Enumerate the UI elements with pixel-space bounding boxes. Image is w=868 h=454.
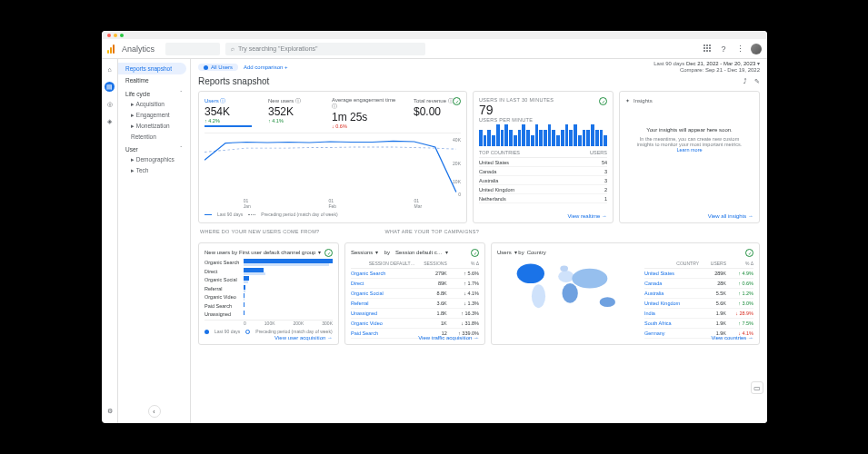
analytics-logo-icon	[107, 44, 116, 54]
date-range-picker[interactable]: Last 90 days Dec 21, 2022 - Mar 20, 2023…	[653, 61, 760, 74]
table-row[interactable]: United States289K↑ 4.9%	[644, 269, 753, 279]
rail-advertising-icon[interactable]: ◈	[105, 116, 115, 126]
acquisition-card: ✓ New users by First user default channe…	[198, 242, 339, 345]
traffic-min[interactable]	[114, 34, 117, 37]
table-row[interactable]: United States54	[479, 158, 607, 167]
apps-icon[interactable]	[702, 44, 713, 54]
nav-collapse-button[interactable]: ‹	[148, 405, 161, 418]
avatar[interactable]	[751, 44, 762, 54]
add-comparison-button[interactable]: Add comparison +	[244, 64, 288, 70]
insights-card: ✦Insights Your insights will appear here…	[619, 91, 760, 223]
table-row[interactable]: United Kingdom5.6K↑ 3.0%	[644, 299, 753, 309]
section-header: WHAT ARE YOUR TOP CAMPAIGNS?	[384, 229, 760, 234]
nav-monetization[interactable]: ▸ Monetization	[118, 121, 190, 132]
svg-point-3	[563, 283, 578, 303]
realtime-bar-chart	[479, 124, 607, 146]
left-rail: ⌂ ▤ ◎ ◈ ⚙	[102, 59, 118, 423]
table-row[interactable]: India1.9K↓ 28.9%	[644, 309, 753, 319]
nav-section-lifecycle[interactable]: Life cycle˄	[118, 86, 190, 99]
traffic-max[interactable]	[120, 34, 124, 37]
svg-point-4	[572, 269, 607, 289]
rail-explore-icon[interactable]: ◎	[105, 99, 115, 109]
account-picker[interactable]	[165, 43, 220, 55]
page-title: Reports snapshot	[198, 76, 269, 86]
svg-point-2	[558, 271, 574, 282]
bar-row: Organic Video	[205, 293, 333, 301]
rail-home-icon[interactable]: ⌂	[105, 64, 115, 74]
svg-point-0	[517, 263, 544, 283]
realtime-card: ✓ USERS IN LAST 30 MINUTES 79 USERS PER …	[473, 91, 614, 223]
table-row[interactable]: Organic Video1K↓ 31.8%	[351, 319, 479, 329]
view-traffic-link[interactable]: View traffic acquisition →	[418, 335, 479, 340]
view-insights-link[interactable]: View all insights →	[708, 213, 753, 219]
table-row[interactable]: Direct89K↑ 1.7%	[351, 279, 479, 289]
dimension-picker[interactable]: New users by First user default channel …	[205, 249, 333, 255]
table-row[interactable]: United Kingdom2	[479, 185, 607, 194]
feedback-button[interactable]: ▭	[751, 381, 763, 394]
view-countries-link[interactable]: View countries →	[711, 335, 753, 340]
nav-acquisition[interactable]: ▸ Acquisition	[118, 99, 190, 110]
nav-engagement[interactable]: ▸ Engagement	[118, 110, 190, 121]
nav-section-user[interactable]: User˄	[118, 142, 190, 154]
metric-new-users[interactable]: New users ⓘ352K↑ 4.1%	[268, 97, 315, 123]
table-row[interactable]: Canada28K↑ 0.6%	[644, 279, 753, 289]
chevron-up-icon: ˄	[180, 146, 183, 153]
check-icon: ✓	[745, 249, 753, 257]
bar-row: Organic Search	[205, 259, 333, 266]
customize-icon[interactable]: ✎	[754, 78, 760, 85]
learn-more-link[interactable]: Learn more	[676, 147, 702, 153]
table-row[interactable]: Netherlands1	[479, 194, 607, 203]
chevron-up-icon: ˄	[180, 91, 183, 97]
table-row[interactable]: Australia3	[479, 176, 607, 185]
comparison-chip[interactable]: All Users	[198, 64, 238, 71]
share-icon[interactable]: ⤴	[743, 78, 747, 85]
traffic-close[interactable]	[107, 34, 111, 37]
table-row[interactable]: Canada3	[479, 167, 607, 176]
world-map	[497, 259, 639, 318]
svg-point-1	[532, 284, 545, 308]
search-placeholder: Try searching "Explorations"	[238, 45, 318, 52]
help-icon[interactable]: ?	[718, 44, 729, 54]
more-icon[interactable]: ⋮	[734, 44, 745, 54]
app-window: Analytics ⌕ Try searching "Explorations"…	[102, 31, 767, 423]
nav-retention[interactable]: Retention	[118, 132, 190, 142]
search-icon: ⌕	[231, 45, 234, 52]
table-row[interactable]: Australia5.5K↑ 1.2%	[644, 289, 753, 299]
search-input[interactable]: ⌕ Try searching "Explorations"	[225, 43, 425, 55]
table-row[interactable]: Unassigned1.8K↑ 16.3%	[351, 309, 479, 319]
check-icon: ✓	[471, 249, 479, 257]
metric-users[interactable]: Users ⓘ354K↑ 4.2%	[205, 97, 252, 127]
dimension-picker[interactable]: Users ▾ by Country	[497, 249, 753, 255]
mac-titlebar	[102, 31, 767, 39]
table-row[interactable]: Organic Social8.8K↓ 4.1%	[351, 289, 479, 299]
section-header: WHERE DO YOUR NEW USERS COME FROM?	[200, 229, 377, 234]
rail-admin-icon[interactable]: ⚙	[105, 406, 115, 416]
left-nav: Reports snapshot Realtime Life cycle˄ ▸ …	[118, 59, 191, 423]
check-icon: ✓	[599, 97, 607, 105]
nav-tech[interactable]: ▸ Tech	[118, 165, 190, 176]
check-icon: ✓	[453, 97, 461, 105]
line-chart: 40K 20K 10K 0	[205, 137, 461, 197]
rail-reports-icon[interactable]: ▤	[105, 82, 115, 92]
nav-demographics[interactable]: ▸ Demographics	[118, 154, 190, 165]
insights-icon: ✦	[625, 97, 630, 104]
campaigns-card: ✓ Sessions ▾ bySession default c… ▾ SESS…	[344, 242, 485, 345]
view-acquisition-link[interactable]: View user acquisition →	[274, 335, 333, 340]
nav-reports-snapshot[interactable]: Reports snapshot	[118, 63, 186, 74]
metrics-card: ✓ Users ⓘ354K↑ 4.2%New users ⓘ352K↑ 4.1%…	[198, 91, 467, 223]
metric-average-engagement-time[interactable]: Average engagement time ⓘ1m 25s↓ 0.6%	[332, 97, 397, 129]
check-icon: ✓	[324, 249, 333, 257]
bar-row: Unassigned	[205, 311, 333, 318]
table-row[interactable]: Referral3.6K↓ 1.3%	[351, 299, 479, 309]
view-realtime-link[interactable]: View realtime →	[567, 213, 607, 219]
bar-row: Referral	[205, 285, 333, 292]
bar-row: Direct	[205, 268, 333, 275]
product-name: Analytics	[122, 44, 155, 54]
dimension-picker[interactable]: Sessions ▾ bySession default c… ▾	[351, 249, 479, 255]
table-row[interactable]: Organic Search279K↑ 5.6%	[351, 269, 479, 279]
nav-realtime[interactable]: Realtime	[118, 74, 190, 86]
bar-row: Organic Social	[205, 276, 333, 283]
main-content: All Users Add comparison + Last 90 days …	[191, 59, 767, 423]
realtime-value: 79	[479, 103, 607, 117]
table-row[interactable]: South Africa1.9K↑ 7.5%	[644, 319, 753, 329]
